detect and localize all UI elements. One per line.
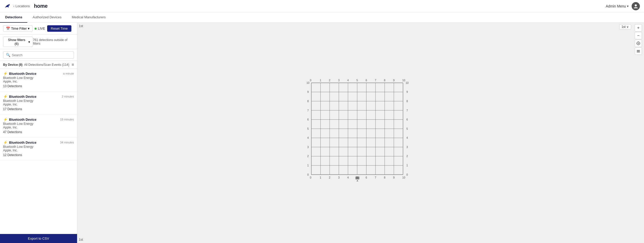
search-input-wrap: 🔍 [3,51,74,59]
center-map-button[interactable] [635,40,642,47]
svg-rect-9 [637,52,640,52]
show-filters-button[interactable]: Show filters (6) ▾ [3,37,33,47]
list-item[interactable]: ⚡ Bluetooth Device 19 minutes Bluetooth … [0,115,77,138]
svg-text:2: 2 [329,79,330,82]
svg-text:1: 1 [320,79,321,82]
device-time: 19 minutes [60,118,74,121]
svg-text:5: 5 [406,127,408,130]
device-name: ⚡ Bluetooth Device [3,117,36,122]
svg-text:5: 5 [356,79,358,82]
svg-text:8: 8 [406,100,408,103]
svg-text:7: 7 [307,109,309,112]
svg-text:4: 4 [406,136,408,139]
svg-text:4: 4 [307,136,309,139]
sidebar-toolbar: 📅 Time Filter ▾ LIVE Reset Time [0,23,77,35]
device-list: ⚡ Bluetooth Device a minute Bluetooth Lo… [0,69,77,234]
device-item-top: ⚡ Bluetooth Device 34 minutes [3,140,74,144]
svg-text:7: 7 [375,79,376,82]
svg-text:7: 7 [375,176,376,179]
zoom-out-button[interactable]: − [635,32,642,39]
by-device-header: By Device (8) All Detections/Scan Events… [0,61,77,69]
svg-point-0 [635,4,637,6]
detection-count: 12 Detections [3,152,74,158]
back-label: Locations [15,4,30,8]
bluetooth-icon: ⚡ [3,117,7,122]
tab-medical-manufacturers[interactable]: Medical Manufacturers [66,12,111,23]
device-type: Bluetooth Low Energy [3,99,74,103]
svg-text:2: 2 [406,155,408,158]
device-time: 2 minutes [62,95,74,98]
detection-count: 17 Detections [3,106,74,112]
all-detections-label: All Detections/Scan Events (114) [24,63,69,67]
device-type: Bluetooth Low Energy [3,145,74,149]
map-controls: + − [635,24,642,55]
device-manufacturer: Apple, Inc. [3,126,74,129]
svg-text:8: 8 [307,100,309,103]
tabs-bar: Detections Authorized Devices Medical Ma… [0,12,644,23]
svg-text:3: 3 [307,146,309,149]
zoom-in-button[interactable]: + [635,24,642,31]
filter-row: Show filters (6) ▾ 761 detections outsid… [0,35,77,49]
tab-authorized-devices[interactable]: Authorized Devices [27,12,66,23]
export-csv-button[interactable]: Export to CSV [0,234,77,243]
live-dot-icon [35,28,37,30]
detection-count: 47 Detections [3,129,74,135]
filter-chevron-icon: ▾ [28,40,30,44]
svg-text:9: 9 [406,91,408,93]
svg-text:6: 6 [365,79,367,82]
floor-selector[interactable]: 1st ∨ [619,24,631,29]
device-name: ⚡ Bluetooth Device [3,71,36,76]
svg-rect-7 [637,50,640,51]
svg-marker-77 [356,180,358,181]
time-filter-button[interactable]: 📅 Time Filter ▾ [3,25,32,32]
list-item[interactable]: ⚡ Bluetooth Device 2 minutes Bluetooth L… [0,92,77,115]
device-time: a minute [63,72,74,75]
bluetooth-icon: ⚡ [3,71,7,76]
bluetooth-icon: ⚡ [3,94,7,99]
reset-time-button[interactable]: Reset Time [47,25,71,32]
svg-rect-76 [355,176,359,179]
svg-text:10: 10 [402,79,405,82]
device-type: Bluetooth Low Energy [3,76,74,80]
svg-text:9: 9 [393,79,395,82]
nav-left: ‹ Locations home [4,3,48,10]
bluetooth-icon: ⚡ [3,140,7,144]
svg-text:7: 7 [406,109,408,112]
detection-count: 13 Detections [3,83,74,89]
svg-text:0: 0 [310,79,311,82]
svg-text:0: 0 [307,173,309,176]
svg-text:10: 10 [402,176,405,179]
list-item[interactable]: ⚡ Bluetooth Device a minute Bluetooth Lo… [0,69,77,92]
back-link[interactable]: ‹ Locations [13,4,30,8]
sidebar: 📅 Time Filter ▾ LIVE Reset Time Show fil… [0,23,77,243]
device-manufacturer: Apple, Inc. [3,103,74,106]
layers-button[interactable] [635,47,642,55]
map-label-bottom-left: 1st [79,238,83,241]
device-type: Bluetooth Low Energy [3,122,74,126]
live-indicator: LIVE [35,27,45,30]
outside-filters-text: 761 detections outside of filters [33,38,74,45]
brand-logo [4,3,11,10]
tab-detections[interactable]: Detections [0,12,27,23]
search-input[interactable] [12,53,71,57]
search-container: 🔍 [0,49,77,61]
svg-text:1: 1 [406,164,408,167]
sort-icon[interactable]: ≡ [72,62,74,67]
chevron-down-icon: ▾ [627,4,629,8]
show-filters-label: Show filters (6) [6,38,27,46]
svg-text:6: 6 [365,176,367,179]
svg-text:3: 3 [338,79,339,82]
map-grid[interactable]: 0 1 2 3 4 5 6 7 8 9 10 0 1 2 3 4 5 6 7 [304,77,417,189]
time-filter-label: Time Filter [11,27,27,30]
svg-text:2: 2 [307,155,309,158]
svg-text:9: 9 [307,91,309,93]
avatar[interactable] [632,2,640,10]
svg-text:10: 10 [406,82,409,84]
svg-text:5: 5 [307,127,309,130]
svg-text:6: 6 [307,118,309,121]
device-item-top: ⚡ Bluetooth Device a minute [3,71,74,76]
admin-menu-button[interactable]: Admin Menu ▾ [606,4,629,8]
svg-text:0: 0 [406,173,408,176]
svg-text:4: 4 [347,79,349,82]
list-item[interactable]: ⚡ Bluetooth Device 34 minutes Bluetooth … [0,138,77,161]
